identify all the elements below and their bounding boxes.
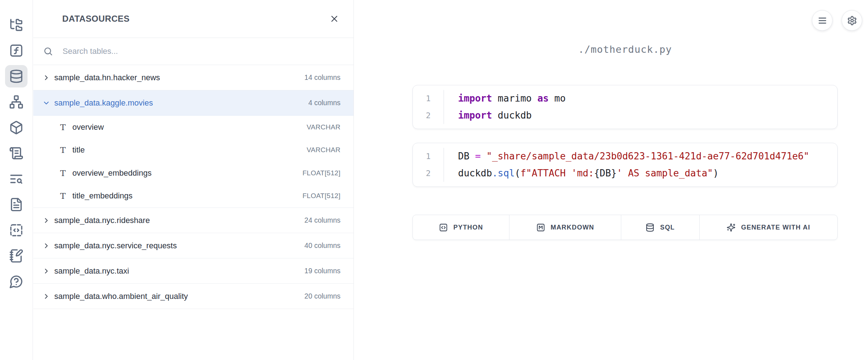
add-cell-button-label: GENERATE WITH AI bbox=[741, 224, 810, 231]
search-icon bbox=[43, 46, 53, 56]
add-cell-button-row: PYTHONMARKDOWNSQLGENERATE WITH AI bbox=[412, 215, 838, 240]
table-name: sample_data.hn.hacker_news bbox=[54, 73, 304, 82]
column-type: FLOAT[512] bbox=[302, 192, 340, 200]
table-columns-count: 40 columns bbox=[304, 241, 340, 250]
add-cell-button-label: SQL bbox=[660, 224, 675, 231]
line-numbers: 12 bbox=[413, 148, 444, 182]
table-columns-count: 24 columns bbox=[304, 216, 340, 224]
rail-item-variables[interactable] bbox=[5, 39, 27, 62]
notebook-main-area: ./motherduck.py 12import marimo as moimp… bbox=[354, 0, 868, 360]
chevron-right-icon bbox=[42, 242, 50, 250]
cells-container: 12import marimo as moimport duckdb12DB =… bbox=[412, 85, 838, 187]
panel-title: DATASOURCES bbox=[62, 14, 130, 24]
add-cell-markdown-button[interactable]: MARKDOWN bbox=[509, 215, 621, 240]
network-icon bbox=[9, 95, 24, 109]
table-row[interactable]: sample_data.hn.hacker_news14 columns bbox=[33, 65, 353, 90]
table-row[interactable]: sample_data.nyc.rideshare24 columns bbox=[33, 208, 353, 233]
sparkles-icon bbox=[727, 223, 736, 232]
column-type: VARCHAR bbox=[306, 123, 340, 131]
add-cell-python-button[interactable]: PYTHON bbox=[413, 215, 509, 240]
rail-item-datasources[interactable] bbox=[5, 65, 27, 87]
column-name: title bbox=[72, 145, 306, 155]
add-cell-sql-button[interactable]: SQL bbox=[621, 215, 699, 240]
code-editor[interactable]: import marimo as moimport duckdb bbox=[444, 90, 566, 124]
tables-list: sample_data.hn.hacker_news14 columnssamp… bbox=[33, 65, 353, 309]
square-code-icon bbox=[439, 223, 448, 232]
column-type-icon: T bbox=[59, 191, 67, 201]
folder-tree-icon bbox=[9, 18, 24, 32]
code-cell[interactable]: 12DB = "_share/sample_data/23b0d623-1361… bbox=[412, 143, 838, 187]
table-row[interactable]: sample_data.kaggle.movies4 columns bbox=[33, 90, 353, 116]
column-name: overview bbox=[72, 123, 306, 132]
column-type: VARCHAR bbox=[306, 146, 340, 154]
column-type-icon: T bbox=[59, 145, 67, 155]
table-name: sample_data.nyc.service_requests bbox=[54, 241, 304, 250]
notebook-menu-button[interactable] bbox=[812, 10, 833, 31]
rail-item-packages[interactable] bbox=[5, 116, 27, 139]
close-panel-button[interactable] bbox=[326, 10, 343, 27]
rail-item-help[interactable] bbox=[5, 270, 27, 293]
table-row[interactable]: sample_data.nyc.taxi19 columns bbox=[33, 258, 353, 284]
function-square-icon bbox=[9, 43, 24, 58]
scroll-text-icon bbox=[9, 146, 24, 160]
table-name: sample_data.nyc.rideshare bbox=[54, 216, 304, 225]
square-m-icon bbox=[536, 223, 545, 232]
close-icon bbox=[329, 14, 339, 24]
rail-item-file-explorer[interactable] bbox=[5, 14, 27, 36]
notebook-filename[interactable]: ./motherduck.py bbox=[412, 44, 838, 55]
chevron-right-icon bbox=[42, 292, 50, 300]
rail-item-documentation[interactable] bbox=[5, 193, 27, 216]
table-columns-count: 20 columns bbox=[304, 292, 340, 300]
activity-rail bbox=[0, 0, 33, 360]
menu-icon bbox=[817, 16, 827, 26]
package-icon bbox=[9, 120, 24, 135]
add-cell-button-label: MARKDOWN bbox=[551, 224, 594, 231]
chevron-right-icon bbox=[42, 217, 50, 224]
search-row bbox=[33, 38, 353, 65]
line-numbers: 12 bbox=[413, 90, 444, 124]
rail-item-tracebacks[interactable] bbox=[5, 168, 27, 190]
settings-button[interactable] bbox=[842, 10, 862, 31]
table-row[interactable]: sample_data.who.ambient_air_quality20 co… bbox=[33, 284, 353, 309]
table-columns-count: 4 columns bbox=[308, 99, 340, 107]
table-columns-block: ToverviewVARCHARTtitleVARCHARToverview_e… bbox=[33, 116, 353, 208]
database-icon bbox=[9, 69, 24, 83]
help-icon bbox=[9, 274, 24, 289]
gear-icon bbox=[847, 16, 857, 26]
add-cell-button-label: PYTHON bbox=[453, 224, 483, 231]
column-type: FLOAT[512] bbox=[302, 169, 340, 177]
column-name: overview_embeddings bbox=[72, 168, 302, 178]
column-row[interactable]: TtitleVARCHAR bbox=[33, 139, 353, 162]
notebook-content: ./motherduck.py 12import marimo as moimp… bbox=[412, 44, 838, 240]
table-name: sample_data.kaggle.movies bbox=[54, 98, 308, 108]
code-cell[interactable]: 12import marimo as moimport duckdb bbox=[412, 85, 838, 129]
search-tables-input[interactable] bbox=[62, 46, 340, 56]
column-row[interactable]: Toverview_embeddingsFLOAT[512] bbox=[33, 162, 353, 185]
database-icon bbox=[645, 223, 655, 232]
rail-item-dependencies[interactable] bbox=[5, 91, 27, 113]
code-editor[interactable]: DB = "_share/sample_data/23b0d623-1361-4… bbox=[444, 148, 809, 182]
table-columns-count: 19 columns bbox=[304, 267, 340, 275]
rail-item-logs[interactable] bbox=[5, 142, 27, 164]
column-type-icon: T bbox=[59, 123, 67, 132]
panel-header: DATASOURCES bbox=[33, 0, 353, 38]
notebook-topbar bbox=[812, 10, 862, 31]
chevron-right-icon bbox=[42, 267, 50, 275]
column-row[interactable]: Ttitle_embeddingsFLOAT[512] bbox=[33, 185, 353, 208]
file-text-icon bbox=[9, 197, 24, 212]
column-row[interactable]: ToverviewVARCHAR bbox=[33, 116, 353, 139]
add-cell-generate-with-ai-button[interactable]: GENERATE WITH AI bbox=[699, 215, 837, 240]
rail-item-scratchpad[interactable] bbox=[5, 245, 27, 267]
snippets-icon bbox=[9, 223, 24, 237]
chevron-down-icon bbox=[42, 99, 50, 107]
column-name: title_embeddings bbox=[72, 191, 302, 201]
column-type-icon: T bbox=[59, 168, 67, 178]
table-row[interactable]: sample_data.nyc.service_requests40 colum… bbox=[33, 233, 353, 258]
rail-item-snippets[interactable] bbox=[5, 219, 27, 241]
text-search-icon bbox=[9, 172, 24, 186]
datasources-panel: DATASOURCES sample_data.hn.hacker_news14… bbox=[33, 0, 354, 360]
notebook-pen-icon bbox=[9, 249, 24, 263]
table-name: sample_data.nyc.taxi bbox=[54, 266, 304, 276]
chevron-right-icon bbox=[42, 74, 50, 82]
table-name: sample_data.who.ambient_air_quality bbox=[54, 292, 304, 301]
